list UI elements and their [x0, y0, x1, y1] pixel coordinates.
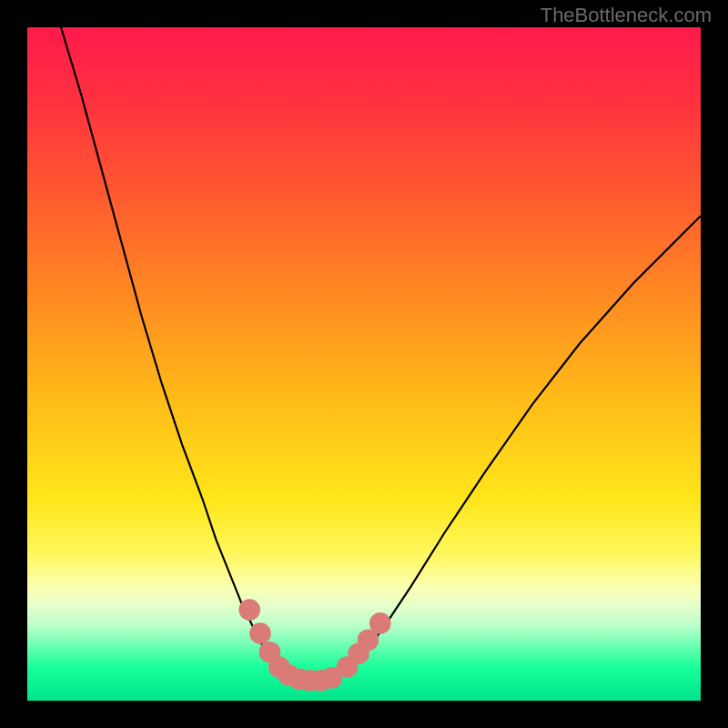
data-marker — [238, 599, 260, 621]
data-marker — [369, 612, 391, 634]
outer-frame: TheBottleneck.com — [0, 0, 728, 728]
plot-area — [27, 27, 701, 701]
chart-svg — [27, 27, 701, 701]
data-marker — [249, 622, 271, 644]
gradient-background — [27, 27, 701, 701]
watermark-text: TheBottleneck.com — [541, 4, 712, 27]
